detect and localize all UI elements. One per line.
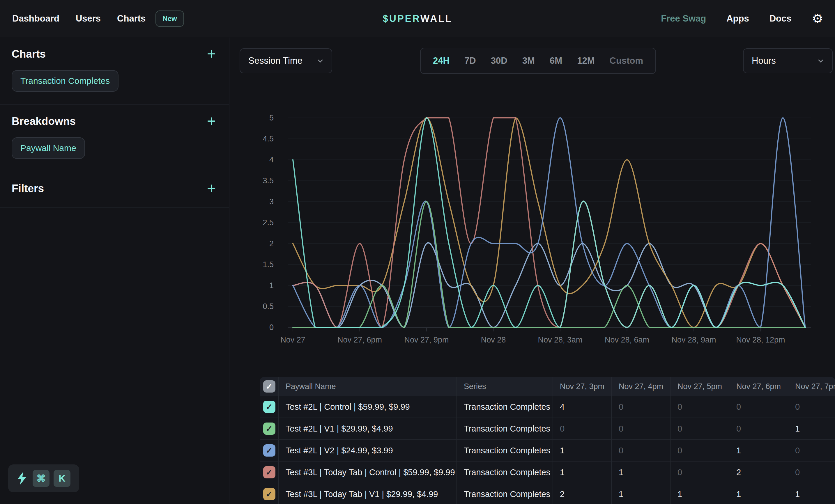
svg-text:3: 3 <box>269 197 274 206</box>
table-row: ✓Test #2L | V2 | $24.99, $3.99Transactio… <box>260 439 835 461</box>
range-tab-12m[interactable]: 12M <box>577 56 594 66</box>
nav-item-dashboard[interactable]: Dashboard <box>12 14 59 24</box>
value-cell: 1 <box>788 418 835 439</box>
table-header-row: ✓Paywall NameSeriesNov 27, 3pmNov 27, 4p… <box>260 377 835 396</box>
table-row: ✓Test #2L | Control | $59.99, $9.99Trans… <box>260 396 835 418</box>
range-tab-6m[interactable]: 6M <box>550 56 562 66</box>
value-cell: 0 <box>788 440 835 461</box>
app-root: DashboardUsersChartsNew $UPERWALL Free S… <box>0 0 835 504</box>
metric-select[interactable]: Session Time <box>240 48 332 73</box>
svg-text:Nov 27: Nov 27 <box>280 336 305 344</box>
range-tab-24h[interactable]: 24H <box>433 56 450 66</box>
svg-text:Nov 28, 12pm: Nov 28, 12pm <box>736 336 785 344</box>
table-row: ✓Test #3L | Today Tab | Control | $59.99… <box>260 461 835 483</box>
row-checkbox-cell: ✓ <box>260 396 279 418</box>
range-tab-7d[interactable]: 7D <box>464 56 476 66</box>
nav-left: DashboardUsersChartsNew <box>0 10 184 27</box>
add-filters-button[interactable]: + <box>205 183 218 195</box>
gear-icon[interactable]: ⚙ <box>812 12 823 25</box>
value-cell: 0 <box>788 396 835 418</box>
chevron-down-icon <box>317 58 323 64</box>
row-checkbox[interactable]: ✓ <box>263 401 276 413</box>
svg-text:Nov 28, 3am: Nov 28, 3am <box>538 336 582 344</box>
svg-text:Nov 28, 6am: Nov 28, 6am <box>605 336 649 344</box>
table-row: ✓Test #3L | Today Tab | V1 | $29.99, $4.… <box>260 483 835 504</box>
nav-right-items: Free SwagAppsDocs <box>661 14 791 24</box>
interval-select[interactable]: Hours <box>743 48 833 73</box>
svg-text:Nov 27, 9pm: Nov 27, 9pm <box>404 336 449 344</box>
table-header-hour-2: Nov 27, 4pm <box>612 377 671 396</box>
value-cell: 1 <box>612 483 671 504</box>
nav-item-docs[interactable]: Docs <box>770 14 792 24</box>
value-cell: 2 <box>729 462 788 483</box>
chip-transaction-completes[interactable]: Transaction Completes <box>12 70 119 92</box>
nav-right: Free SwagAppsDocs ⚙ <box>661 12 823 25</box>
add-charts-button[interactable]: + <box>205 48 218 60</box>
table-header-series: Series <box>457 377 553 396</box>
logo-accent: $UPER <box>383 13 421 24</box>
paywall-name-cell: Test #2L | V2 | $24.99, $3.99 <box>279 440 457 461</box>
chart-svg: 00.511.522.533.544.55Nov 27Nov 27, 6pmNo… <box>256 110 812 349</box>
range-tab-30d[interactable]: 30D <box>491 56 507 66</box>
nav-item-apps[interactable]: Apps <box>727 14 749 24</box>
range-tab-custom[interactable]: Custom <box>610 56 643 66</box>
table-header-hour-4: Nov 27, 6pm <box>729 377 788 396</box>
add-breakdowns-button[interactable]: + <box>205 115 218 127</box>
row-checkbox[interactable]: ✓ <box>263 444 276 457</box>
select-all-checkbox[interactable]: ✓ <box>263 380 276 393</box>
top-nav: DashboardUsersChartsNew $UPERWALL Free S… <box>0 0 835 37</box>
row-checkbox-cell: ✓ <box>260 462 279 483</box>
value-cell: 0 <box>553 418 612 439</box>
row-checkbox[interactable]: ✓ <box>263 488 276 500</box>
value-cell: 0 <box>729 418 788 439</box>
series-cell: Transaction Completes <box>457 440 553 461</box>
sidebar-section-breakdowns: Breakdowns+Paywall Name <box>0 105 229 172</box>
chart-series-line <box>293 243 805 328</box>
row-checkbox[interactable]: ✓ <box>263 422 276 435</box>
nav-item-users[interactable]: Users <box>76 14 101 24</box>
line-chart: 00.511.522.533.544.55Nov 27Nov 27, 6pmNo… <box>256 110 812 349</box>
chip-paywall-name[interactable]: Paywall Name <box>12 138 85 159</box>
breakdown-table: ✓Paywall NameSeriesNov 27, 3pmNov 27, 4p… <box>260 377 835 504</box>
nav-item-charts[interactable]: Charts <box>117 14 146 24</box>
svg-text:4.5: 4.5 <box>263 134 274 143</box>
value-cell: 0 <box>788 462 835 483</box>
value-cell: 1 <box>612 462 671 483</box>
svg-text:3.5: 3.5 <box>263 176 274 185</box>
range-tab-3m[interactable]: 3M <box>522 56 535 66</box>
svg-text:5: 5 <box>269 113 274 122</box>
svg-text:1: 1 <box>269 281 274 290</box>
value-cell: 0 <box>671 440 729 461</box>
value-cell: 1 <box>553 462 612 483</box>
value-cell: 0 <box>671 462 729 483</box>
keycap-command: ⌘ <box>33 470 49 487</box>
time-range-tabs: 24H7D30D3M6M12MCustom <box>420 48 656 74</box>
sidebar-section-charts: Charts+Transaction Completes <box>0 38 229 105</box>
row-checkbox[interactable]: ✓ <box>263 466 276 478</box>
value-cell: 1 <box>729 483 788 504</box>
table-header-hour-1: Nov 27, 3pm <box>553 377 612 396</box>
value-cell: 1 <box>788 483 835 504</box>
svg-text:Nov 27, 6pm: Nov 27, 6pm <box>338 336 382 344</box>
svg-text:0.5: 0.5 <box>263 302 274 311</box>
svg-text:1.5: 1.5 <box>263 260 274 269</box>
command-palette-shortcut[interactable]: ⌘K <box>8 464 79 492</box>
new-badge: New <box>156 10 184 27</box>
value-cell: 1 <box>671 483 729 504</box>
paywall-name-cell: Test #3L | Today Tab | V1 | $29.99, $4.9… <box>279 483 457 504</box>
value-cell: 0 <box>729 396 788 418</box>
shortcut-keys: ⌘K <box>33 470 70 487</box>
nav-item-free-swag[interactable]: Free Swag <box>661 14 706 24</box>
sidebar-section-title: Breakdowns <box>12 115 76 127</box>
row-checkbox-cell: ✓ <box>260 440 279 461</box>
series-cell: Transaction Completes <box>457 483 553 504</box>
series-cell: Transaction Completes <box>457 396 553 418</box>
svg-text:0: 0 <box>269 323 274 332</box>
table-header-paywall-name: Paywall Name <box>279 377 457 396</box>
paywall-name-cell: Test #2L | Control | $59.99, $9.99 <box>279 396 457 418</box>
value-cell: 0 <box>612 440 671 461</box>
svg-text:2: 2 <box>269 239 274 248</box>
value-cell: 1 <box>729 440 788 461</box>
superwall-logo: $UPERWALL <box>383 13 452 24</box>
value-cell: 4 <box>553 396 612 418</box>
